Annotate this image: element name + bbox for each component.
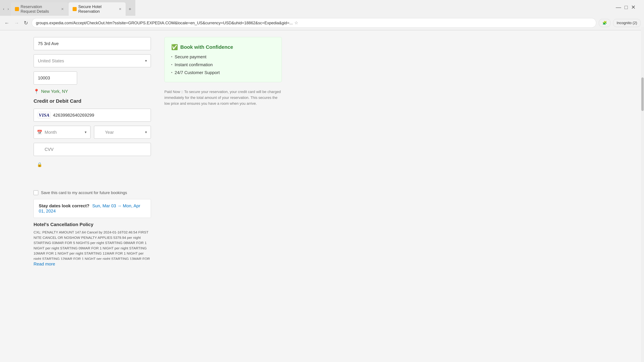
location-text-value: New York, NY	[41, 89, 68, 94]
country-select[interactable]: United States	[34, 54, 151, 67]
close-button[interactable]: ✕	[631, 4, 636, 10]
incognito-button[interactable]: Incognito (2)	[613, 19, 641, 27]
new-tab-button[interactable]: +	[126, 5, 134, 13]
save-card-label: Save this card to my account for future …	[41, 190, 127, 195]
cancellation-title: Hotel's Cancellation Policy	[34, 222, 151, 227]
confidence-item-1: • Secure payment	[171, 54, 275, 59]
visa-logo: VISA	[38, 112, 50, 118]
card-number-input[interactable]	[53, 113, 146, 118]
read-more-link[interactable]: Read more	[34, 261, 151, 267]
minimize-button[interactable]: —	[616, 4, 621, 10]
location-pin-icon: 📍	[34, 89, 40, 94]
tab-reservation-request[interactable]: Reservation Request Details ✕	[11, 2, 68, 16]
confidence-title: ✅ Book with Confidence	[171, 44, 275, 50]
scrollbar-thumb[interactable]	[641, 77, 644, 111]
maximize-button[interactable]: □	[624, 4, 628, 10]
month-select[interactable]: Month January February March April May J…	[34, 126, 90, 139]
back-button[interactable]: ←	[3, 19, 10, 27]
bookmark-icon[interactable]: ☆	[294, 20, 298, 25]
tab2-close[interactable]: ✕	[119, 7, 122, 11]
tab1-close[interactable]: ✕	[61, 7, 64, 11]
paid-now-text: Paid Now :: To secure your reservation, …	[164, 89, 282, 107]
bullet-1: •	[171, 55, 172, 59]
scrollbar[interactable]	[641, 27, 644, 362]
location-display: 📍 New York, NY	[34, 89, 151, 94]
incognito-label: Incognito (2)	[617, 21, 637, 25]
lock-icon: 🔒	[37, 162, 42, 167]
bullet-3: •	[171, 71, 172, 74]
confidence-title-text: Book with Confidence	[180, 44, 233, 50]
zipcode-input[interactable]	[34, 71, 77, 85]
year-select-wrapper: Year 2024 2025 2026 2027 2028 2029 2030 …	[94, 126, 151, 139]
check-circle-icon: ✅	[171, 44, 178, 50]
year-select[interactable]: Year 2024 2025 2026 2027 2028 2029 2030	[94, 126, 151, 139]
confidence-item-2: • Instant confirmation	[171, 62, 275, 67]
card-number-wrapper: VISA	[34, 109, 151, 122]
form-section: United States ▾ 📍 New York, NY Credit or…	[34, 37, 151, 359]
cancellation-text: CXL: PENALTY AMOUNT 147.64 Cancel by 202…	[34, 230, 151, 260]
save-card-row[interactable]: Save this card to my account for future …	[34, 190, 151, 195]
expiry-row: 📅 Month January February March April May…	[34, 126, 151, 139]
extensions-button[interactable]: 🧩	[599, 19, 610, 27]
confidence-box: ✅ Book with Confidence • Secure payment …	[164, 37, 282, 82]
right-column: ✅ Book with Confidence • Secure payment …	[164, 37, 282, 359]
refresh-button[interactable]: ↻	[23, 19, 29, 27]
country-select-wrapper: United States ▾	[34, 54, 151, 67]
tab1-label: Reservation Request Details	[21, 4, 58, 14]
stay-dates-box: Stay dates look correct? Sun, Mar 03 → M…	[34, 199, 151, 218]
tab2-icon	[72, 7, 77, 11]
address-text: groups.expedia.com/Accept/CheckOut.htm?s…	[36, 21, 293, 25]
bullet-2: •	[171, 63, 172, 66]
address-input[interactable]	[34, 37, 151, 50]
tab-prev-button[interactable]: ‹	[2, 5, 6, 12]
tab-secure-hotel[interactable]: Secure Hotel Reservation ✕	[68, 2, 126, 16]
tab-next-button[interactable]: ›	[6, 5, 10, 12]
cancellation-section: Hotel's Cancellation Policy CXL: PENALTY…	[34, 222, 151, 267]
tab2-label: Secure Hotel Reservation	[78, 4, 116, 14]
month-select-wrapper: 📅 Month January February March April May…	[34, 126, 90, 139]
confidence-item-3: • 24/7 Customer Support	[171, 70, 275, 75]
save-card-checkbox[interactable]	[34, 190, 38, 195]
forward-button[interactable]: →	[13, 19, 20, 27]
card-section-title: Credit or Debit Card	[34, 98, 151, 104]
cvv-wrapper: 🔒	[34, 143, 151, 186]
stay-dates-label: Stay dates look correct?	[39, 203, 90, 208]
confidence-list: • Secure payment • Instant confirmation …	[171, 54, 275, 75]
cvv-input[interactable]	[34, 143, 151, 156]
address-bar[interactable]: groups.expedia.com/Accept/CheckOut.htm?s…	[32, 18, 596, 28]
tab1-icon	[15, 7, 19, 11]
